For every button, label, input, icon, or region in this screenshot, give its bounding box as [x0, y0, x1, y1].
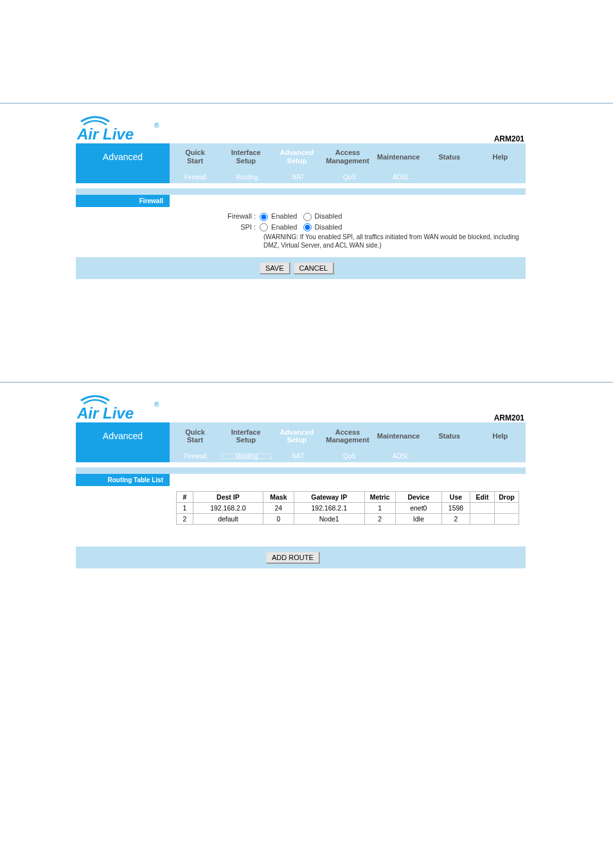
tab-status[interactable]: Status [424, 143, 475, 170]
nav-category: Advanced [76, 143, 170, 170]
save-button[interactable]: SAVE [260, 262, 290, 274]
cancel-button[interactable]: CANCEL [294, 262, 334, 274]
subtab-adsl[interactable]: ADSL [375, 453, 427, 460]
subtab-routing[interactable]: Routing [221, 174, 272, 181]
subtab-adsl[interactable]: ADSL [375, 174, 427, 181]
tab-maintenance[interactable]: Maintenance [373, 143, 424, 170]
firewall-enabled-option[interactable]: Enabled [260, 212, 297, 221]
spi-enabled-radio[interactable] [260, 223, 268, 231]
section-header-row: Routing Table List [76, 474, 526, 486]
action-bar: ADD ROUTE [76, 547, 526, 568]
main-nav: Advanced Quick Start Interface Setup Adv… [76, 143, 526, 170]
tab-quick-start[interactable]: Quick Start [170, 422, 220, 449]
subtab-routing[interactable]: Routing [221, 453, 272, 460]
cell-dest_ip: 192.168.2.0 [193, 503, 263, 514]
svg-text:Air Live: Air Live [77, 125, 134, 143]
cell-gateway: Node1 [294, 514, 364, 525]
sub-nav: Firewall Routing NAT QoS ADSL [76, 170, 526, 183]
col-device: Device [395, 492, 441, 503]
cell-mask: 0 [263, 514, 294, 525]
cell-edit[interactable] [470, 503, 495, 514]
spi-warning-text: (WARNING: If You enabled SPI, all traffi… [263, 233, 519, 249]
subtab-nat[interactable]: NAT [272, 453, 324, 460]
subtab-nat[interactable]: NAT [272, 174, 324, 181]
tab-advanced-setup[interactable]: Advanced Setup [271, 422, 322, 449]
nav-category: Advanced [76, 422, 170, 449]
col-gateway: Gateway IP [294, 492, 364, 503]
table-row: 2default0Node12Idle2 [177, 514, 519, 525]
firewall-form: Firewall : Enabled Disabled [170, 207, 526, 257]
section-header-row: Firewall [76, 195, 526, 207]
tab-interface-setup[interactable]: Interface Setup [220, 422, 271, 449]
col-num: # [177, 492, 193, 503]
spi-disabled-option[interactable]: Disabled [303, 223, 342, 232]
cell-device: enet0 [395, 503, 441, 514]
tab-access-management[interactable]: Access Management [322, 143, 373, 170]
cell-metric: 2 [364, 514, 395, 525]
col-mask: Mask [263, 492, 294, 503]
table-row: 1192.168.2.024192.168.2.11enet01598 [177, 503, 519, 514]
airlive-logo-icon: Air Live ® [77, 115, 167, 143]
airlive-logo-icon: Air Live ® [77, 394, 167, 422]
cell-dest_ip: default [193, 514, 263, 525]
col-drop: Drop [495, 492, 519, 503]
header-row: Air Live ® ARM201 [76, 110, 526, 143]
routing-table-wrap: # Dest IP Mask Gateway IP Metric Device … [170, 486, 526, 547]
tab-quick-start[interactable]: Quick Start [170, 143, 220, 170]
tab-help[interactable]: Help [475, 422, 526, 449]
action-bar: SAVE CANCEL [76, 257, 526, 279]
section-title: Routing Table List [76, 474, 170, 486]
col-use: Use [442, 492, 470, 503]
cell-use: 1598 [442, 503, 470, 514]
cell-metric: 1 [364, 503, 395, 514]
svg-text:®: ® [154, 122, 159, 129]
cell-use: 2 [442, 514, 470, 525]
cell-drop[interactable] [495, 503, 519, 514]
spi-enabled-option[interactable]: Enabled [260, 223, 297, 232]
subtab-qos[interactable]: QoS [324, 453, 375, 460]
firewall-disabled-radio[interactable] [303, 213, 312, 221]
model-label: ARM201 [494, 413, 524, 422]
col-edit: Edit [470, 492, 495, 503]
spi-disabled-radio[interactable] [303, 223, 312, 231]
cell-edit[interactable] [470, 514, 495, 525]
main-nav: Advanced Quick Start Interface Setup Adv… [76, 422, 526, 449]
sub-nav: Firewall Routing NAT QoS ADSL [76, 449, 526, 462]
brand-logo: Air Live ® [77, 394, 167, 422]
header-row: Air Live ® ARM201 [76, 389, 526, 422]
tab-advanced-setup[interactable]: Advanced Setup [271, 143, 322, 170]
col-dest-ip: Dest IP [193, 492, 263, 503]
col-metric: Metric [364, 492, 395, 503]
cell-num: 1 [177, 503, 193, 514]
spi-label: SPI : [176, 223, 260, 231]
tab-access-management[interactable]: Access Management [322, 422, 373, 449]
svg-text:Air Live: Air Live [77, 404, 134, 422]
cell-device: Idle [395, 514, 441, 525]
model-label: ARM201 [494, 134, 524, 143]
routing-table: # Dest IP Mask Gateway IP Metric Device … [176, 491, 519, 525]
brand-logo: Air Live ® [77, 115, 167, 143]
firewall-disabled-option[interactable]: Disabled [303, 212, 342, 221]
cell-mask: 24 [263, 503, 294, 514]
firewall-panel: Air Live ® ARM201 Advanced Quick Start I… [76, 110, 526, 279]
cell-drop[interactable] [495, 514, 519, 525]
tab-interface-setup[interactable]: Interface Setup [220, 143, 271, 170]
cell-num: 2 [177, 514, 193, 525]
svg-text:®: ® [154, 401, 159, 408]
routing-panel: Air Live ® ARM201 Advanced Quick Start I… [76, 389, 526, 568]
subtab-qos[interactable]: QoS [324, 174, 375, 181]
firewall-label: Firewall : [176, 212, 260, 220]
cell-gateway: 192.168.2.1 [294, 503, 364, 514]
tab-maintenance[interactable]: Maintenance [373, 422, 424, 449]
tab-status[interactable]: Status [424, 422, 475, 449]
firewall-enabled-radio[interactable] [260, 213, 268, 221]
subtab-firewall[interactable]: Firewall [170, 453, 221, 460]
tab-help[interactable]: Help [475, 143, 526, 170]
subtab-firewall[interactable]: Firewall [170, 174, 221, 181]
section-title: Firewall [76, 195, 170, 207]
add-route-button[interactable]: ADD ROUTE [266, 552, 319, 563]
